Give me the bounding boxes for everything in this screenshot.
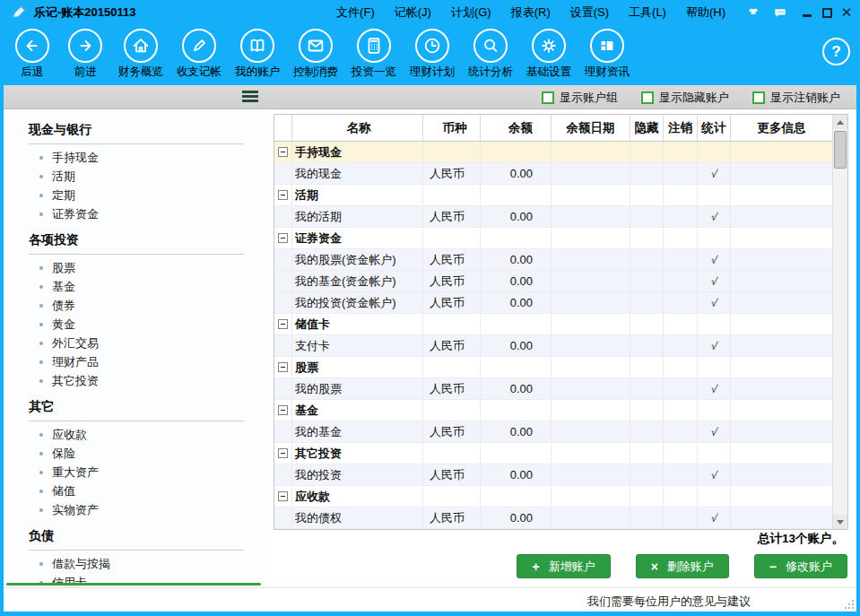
sidebar-toggle-icon[interactable] — [242, 91, 258, 104]
action-button-0[interactable]: +新增账户 — [517, 554, 610, 578]
group-row[interactable]: 证券资金 — [274, 228, 832, 249]
collapse-icon[interactable] — [278, 405, 288, 415]
group-row[interactable]: 基金 — [274, 400, 832, 421]
toolbar-button-investment-overview[interactable]: 投资一览 — [352, 29, 396, 80]
sidebar-item[interactable]: 应收款 — [4, 425, 265, 444]
account-row[interactable]: 我的投资(资金帐户)人民币0.00√ — [274, 292, 832, 314]
header-cell-4[interactable]: 隐藏 — [630, 115, 664, 141]
close-button[interactable]: ✕ — [840, 6, 853, 19]
header-cell-6[interactable]: 统计 — [698, 115, 731, 141]
account-row[interactable]: 我的债权人民币0.00√ — [274, 508, 832, 529]
checkbox-icon[interactable] — [542, 91, 554, 104]
sidebar-item[interactable]: 保险 — [4, 444, 265, 463]
action-button-1[interactable]: ×删除账户 — [636, 554, 729, 578]
help-button[interactable]: ? — [822, 38, 850, 65]
group-row[interactable]: 储值卡 — [274, 314, 832, 335]
minimize-button[interactable] — [801, 6, 813, 19]
display-option-2[interactable]: 显示注销账户 — [752, 90, 840, 106]
toolbar-button-bookkeeping[interactable]: 收支记帐 — [177, 29, 222, 80]
resize-grip[interactable] — [845, 600, 854, 609]
expand-cell[interactable] — [274, 400, 292, 421]
action-button-2[interactable]: −修改账户 — [754, 554, 847, 578]
group-row[interactable]: 应收款 — [274, 486, 832, 508]
group-row[interactable]: 活期 — [274, 185, 832, 206]
account-row[interactable]: 我的基金(资金帐户)人民币0.00√ — [274, 271, 832, 292]
collapse-icon[interactable] — [278, 448, 288, 458]
toolbar-button-forward[interactable]: 前进 — [65, 29, 105, 80]
sidebar-item[interactable]: 理财产品 — [4, 352, 265, 371]
sidebar-item[interactable]: 实物资产 — [4, 500, 265, 519]
menu-item-6[interactable]: 帮助(H) — [686, 4, 725, 21]
sidebar-item[interactable]: 外汇交易 — [4, 334, 265, 352]
sidebar-item[interactable]: 借款与按揭 — [4, 554, 265, 573]
checkbox-icon[interactable] — [752, 91, 765, 104]
sidebar-item[interactable]: 活期 — [4, 167, 265, 186]
display-option-1[interactable]: 显示隐藏账户 — [641, 90, 729, 106]
expand-cell[interactable] — [274, 142, 292, 162]
sidebar-item[interactable]: 储值 — [4, 482, 265, 500]
collapse-icon[interactable] — [278, 233, 288, 243]
scroll-up-icon[interactable] — [833, 115, 847, 129]
group-row[interactable]: 其它投资 — [274, 443, 832, 464]
vertical-scrollbar[interactable] — [832, 115, 847, 529]
display-option-0[interactable]: 显示账户组 — [542, 90, 618, 106]
menu-item-0[interactable]: 文件(F) — [336, 4, 375, 21]
account-row[interactable]: 我的活期人民币0.00√ — [274, 206, 832, 228]
toolbar-button-back[interactable]: 后退 — [13, 29, 52, 80]
book-icon — [240, 29, 274, 63]
menu-item-1[interactable]: 记帐(J) — [395, 4, 431, 21]
sidebar-item[interactable]: 定期 — [4, 186, 265, 204]
toolbar-button-spending-control[interactable]: 控制消费 — [293, 29, 338, 80]
account-row[interactable]: 我的基金人民币0.00√ — [274, 421, 832, 443]
menu-item-3[interactable]: 报表(R) — [511, 4, 551, 21]
sidebar-item[interactable]: 重大资产 — [4, 463, 265, 482]
expand-cell[interactable] — [274, 228, 292, 248]
header-cell-0[interactable]: 名称 — [292, 115, 423, 141]
header-cell-5[interactable]: 注销 — [664, 115, 698, 141]
sidebar-item[interactable]: 债券 — [4, 296, 265, 315]
checkbox-icon[interactable] — [641, 91, 654, 104]
header-cell-2[interactable]: 余额 — [481, 115, 552, 141]
collapse-icon[interactable] — [278, 147, 288, 157]
sidebar-item[interactable]: 基金 — [4, 277, 265, 296]
expand-cell[interactable] — [274, 185, 292, 205]
expand-cell[interactable] — [274, 357, 292, 377]
group-row[interactable]: 股票 — [274, 357, 832, 378]
menu-item-2[interactable]: 计划(G) — [451, 4, 491, 21]
account-row[interactable]: 我的股票人民币0.00√ — [274, 378, 832, 400]
expand-cell[interactable] — [274, 486, 292, 507]
toolbar-button-basic-settings[interactable]: 基础设置 — [526, 29, 571, 80]
header-cell-1[interactable]: 币种 — [423, 115, 481, 141]
header-cell-7[interactable]: 更多信息 — [731, 115, 832, 141]
feedback-bubble-icon[interactable] — [771, 5, 789, 20]
scroll-down-icon[interactable] — [833, 515, 847, 529]
toolbar-button-statistics[interactable]: 统计分析 — [468, 29, 513, 80]
collapse-icon[interactable] — [278, 319, 288, 329]
expand-cell[interactable] — [274, 314, 292, 334]
toolbar-button-financial-news[interactable]: 理财资讯 — [585, 29, 630, 80]
toolbar-button-my-accounts[interactable]: 我的账户 — [235, 29, 280, 80]
skin-theme-icon[interactable] — [744, 5, 762, 20]
menu-item-5[interactable]: 工具(L) — [629, 4, 666, 21]
maximize-button[interactable] — [821, 6, 833, 19]
collapse-icon[interactable] — [278, 362, 288, 372]
account-row[interactable]: 我的现金人民币0.00√ — [274, 163, 832, 185]
scrollbar-thumb[interactable] — [834, 131, 847, 169]
account-row[interactable]: 我的投资人民币0.00√ — [274, 464, 832, 486]
sidebar-item[interactable]: 手持现金 — [4, 148, 265, 167]
toolbar-button-financial-plan[interactable]: 理财计划 — [410, 29, 455, 80]
menu-item-4[interactable]: 设置(S) — [570, 4, 609, 21]
toolbar-button-finance-overview[interactable]: 财务概览 — [118, 29, 163, 80]
collapse-icon[interactable] — [278, 190, 288, 200]
group-row[interactable]: 手持现金 — [274, 142, 832, 163]
sidebar-item[interactable]: 黄金 — [4, 315, 265, 334]
account-row[interactable]: 支付卡人民币0.00√ — [274, 335, 832, 357]
header-cell-3[interactable]: 余额日期 — [552, 115, 630, 141]
sidebar-item[interactable]: 证券资金 — [4, 204, 265, 223]
sidebar-item[interactable]: 其它投资 — [4, 371, 265, 390]
account-row[interactable]: 我的股票(资金帐户)人民币0.00√ — [274, 249, 832, 271]
collapse-icon[interactable] — [278, 491, 288, 501]
sidebar-item[interactable]: 股票 — [4, 258, 265, 277]
expand-cell[interactable] — [274, 443, 292, 464]
hidden-cell — [630, 163, 664, 184]
